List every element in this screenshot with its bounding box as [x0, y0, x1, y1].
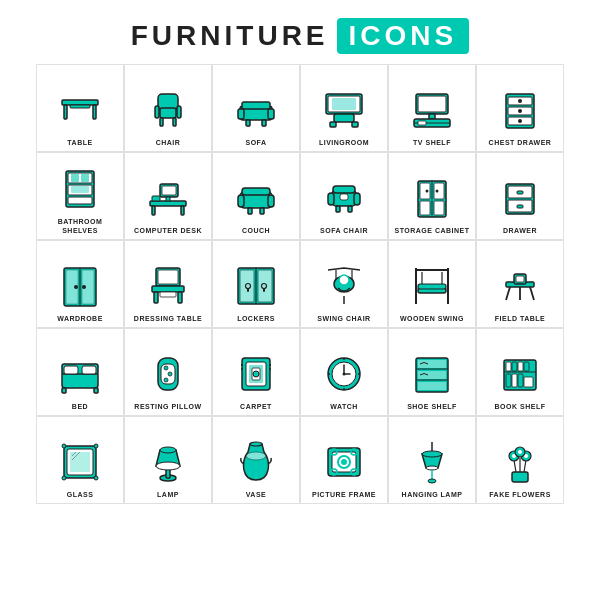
svg-rect-12	[238, 109, 244, 119]
svg-rect-84	[154, 292, 158, 303]
svg-rect-154	[506, 374, 511, 387]
svg-rect-48	[152, 196, 160, 201]
svg-rect-118	[94, 388, 98, 393]
wardrobe-label: WARDROBE	[57, 315, 103, 323]
svg-line-187	[514, 460, 516, 472]
couch-label: COUCH	[242, 227, 270, 235]
svg-rect-61	[340, 194, 348, 200]
icon-chestdrawer: CHEST DRAWER	[476, 64, 564, 152]
icon-restingpillow: RESTING PILLOW	[124, 328, 212, 416]
vase-label: VASE	[246, 491, 267, 499]
svg-rect-82	[158, 270, 178, 284]
svg-rect-9	[177, 106, 181, 118]
icon-sofa: SOFA	[212, 64, 300, 152]
svg-rect-15	[262, 120, 266, 126]
svg-rect-41	[71, 186, 89, 193]
svg-point-164	[94, 444, 98, 448]
icon-storagecabinet: STORAGE CABINET	[388, 152, 476, 240]
icon-lamp: LAMP	[124, 416, 212, 504]
svg-point-182	[422, 451, 442, 457]
svg-rect-74	[517, 205, 523, 208]
svg-rect-27	[418, 121, 426, 125]
svg-line-109	[530, 287, 534, 300]
fakeflowers-icon	[494, 436, 546, 488]
icon-chair: CHAIR	[124, 64, 212, 152]
svg-rect-50	[242, 188, 270, 195]
svg-rect-6	[160, 118, 163, 126]
svg-rect-53	[248, 208, 252, 214]
icon-lockers: LOCKERS	[212, 240, 300, 328]
svg-point-169	[160, 447, 176, 453]
dressingtable-icon	[142, 260, 194, 312]
svg-rect-0	[62, 100, 98, 105]
carpet-icon	[230, 348, 282, 400]
svg-point-33	[518, 109, 522, 113]
svg-rect-115	[64, 366, 78, 374]
swingchair-icon	[318, 260, 370, 312]
svg-rect-44	[150, 201, 186, 206]
svg-point-128	[253, 371, 259, 377]
icon-livingroom: LIVINGROOM	[300, 64, 388, 152]
svg-rect-38	[68, 197, 92, 204]
svg-rect-40	[81, 174, 89, 182]
bathroomshelves-label: BATHROOM SHELVES	[39, 218, 121, 235]
pictureframe-label: PICTURE FRAME	[312, 491, 376, 499]
svg-rect-46	[181, 206, 184, 215]
svg-point-195	[518, 450, 522, 454]
svg-rect-146	[418, 371, 446, 379]
restingpillow-label: RESTING PILLOW	[134, 403, 201, 411]
svg-rect-85	[178, 292, 182, 303]
hanginglamp-icon	[406, 436, 458, 488]
bed-icon	[54, 348, 106, 400]
icon-carpet: CARPET	[212, 328, 300, 416]
sofachair-label: SOFA CHAIR	[320, 227, 368, 235]
icon-tvshelf: TV SHELF	[388, 64, 476, 152]
livingroom-label: LIVINGROOM	[319, 139, 369, 147]
sofa-icon	[230, 84, 282, 136]
computerdesk-icon	[142, 172, 194, 224]
svg-rect-54	[260, 208, 264, 214]
svg-point-121	[164, 366, 168, 370]
svg-point-79	[74, 285, 78, 289]
svg-rect-43	[162, 186, 176, 195]
svg-point-32	[518, 99, 522, 103]
drawer-icon	[494, 172, 546, 224]
chair-label: CHAIR	[156, 139, 181, 147]
tvshelf-icon	[406, 84, 458, 136]
svg-rect-147	[418, 382, 446, 390]
icon-vase: VASE	[212, 416, 300, 504]
lamp-icon	[142, 436, 194, 488]
bookshelf-label: BOOK SHELF	[495, 403, 546, 411]
icon-wardrobe: WARDROBE	[36, 240, 124, 328]
svg-point-163	[62, 444, 66, 448]
couch-icon	[230, 172, 282, 224]
svg-rect-157	[524, 377, 533, 387]
svg-rect-73	[517, 191, 523, 194]
svg-rect-60	[348, 206, 352, 212]
svg-rect-1	[64, 105, 67, 119]
svg-rect-150	[506, 362, 511, 371]
svg-rect-3	[70, 105, 90, 108]
svg-rect-56	[333, 186, 355, 193]
icon-bed: BED	[36, 328, 124, 416]
glass-icon	[54, 436, 106, 488]
sofa-label: SOFA	[245, 139, 266, 147]
svg-rect-155	[512, 374, 517, 387]
svg-rect-19	[330, 122, 336, 127]
icon-hanginglamp: HANGING LAMP	[388, 416, 476, 504]
icon-drawer: DRAWER	[476, 152, 564, 240]
icon-fakeflowers: FAKE FLOWERS	[476, 416, 564, 504]
page-header: FURNITURE ICONS	[131, 18, 469, 54]
wardrobe-icon	[54, 260, 106, 312]
lockers-label: LOCKERS	[237, 315, 275, 323]
icons-grid: TABLE CHAIR SOFA	[36, 64, 564, 504]
svg-point-185	[428, 479, 436, 483]
svg-rect-83	[152, 286, 184, 292]
svg-rect-116	[82, 366, 96, 374]
svg-rect-8	[155, 106, 159, 118]
icon-bathroomshelves: BATHROOM SHELVES	[36, 152, 124, 240]
svg-rect-145	[418, 360, 446, 368]
svg-rect-156	[518, 374, 523, 387]
furniture-title: FURNITURE	[131, 20, 329, 52]
svg-rect-5	[160, 108, 176, 118]
